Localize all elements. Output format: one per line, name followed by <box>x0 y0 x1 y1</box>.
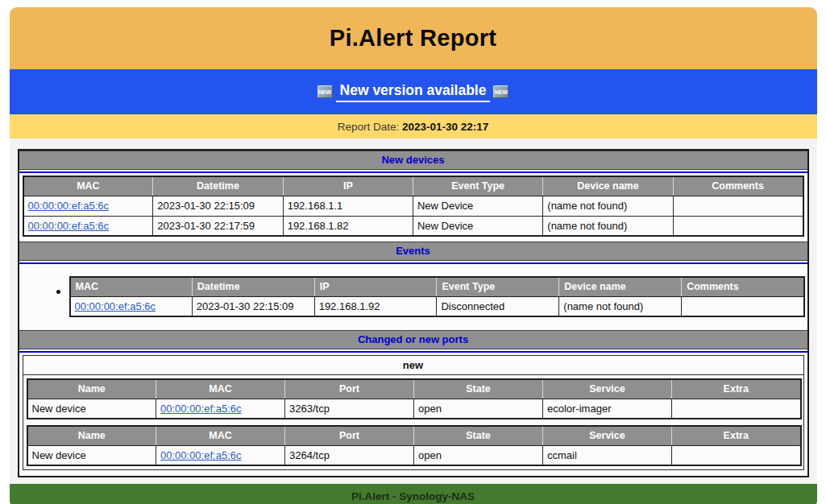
column-header-ip: IP <box>283 176 413 196</box>
report-date-value: 2023-01-30 22:17 <box>402 121 488 133</box>
ports-group-label: new <box>23 356 803 375</box>
column-header-state: State <box>414 426 543 445</box>
column-header-extra: Extra <box>672 379 801 399</box>
section-divider <box>19 351 807 353</box>
events-table: MAC Datetime IP Event Type Device name C… <box>69 276 805 317</box>
column-header-event-type: Event Type <box>413 176 542 196</box>
ip-cell: 192.168.1.92 <box>314 296 437 316</box>
column-header-datetime: Datetime <box>192 277 314 296</box>
table-row: New device 00:00:00:ef:a5:6c 3264/tcp op… <box>27 445 801 465</box>
content-box: New devices MAC Datetime IP Event Type D… <box>18 149 809 477</box>
column-header-event-type: Event Type <box>437 277 559 296</box>
column-header-port: Port <box>285 379 414 399</box>
column-header-device-name: Device name <box>559 277 682 296</box>
column-header-mac: MAC <box>23 176 153 196</box>
device-name-cell: (name not found) <box>543 196 673 216</box>
column-header-device-name: Device name <box>543 176 673 196</box>
port-cell: 3264/tcp <box>285 445 414 465</box>
port-cell: 3263/tcp <box>285 399 414 419</box>
new-badge-icon: NEW <box>318 85 333 98</box>
column-header-comments: Comments <box>682 277 804 296</box>
column-header-datetime: Datetime <box>153 176 283 196</box>
column-header-mac: MAC <box>156 426 285 445</box>
column-header-port: Port <box>285 426 414 445</box>
column-header-service: Service <box>543 426 672 445</box>
ports-group-box: new Name MAC Port State Service Extra <box>23 355 804 470</box>
ip-cell: 192.168.1.1 <box>283 196 413 216</box>
report-date-label: Report Date: <box>338 121 400 133</box>
page-title: Pi.Alert Report <box>330 25 497 52</box>
event-type-cell: New Device <box>413 196 542 216</box>
mac-link[interactable]: 00:00:00:ef:a5:6c <box>160 449 241 461</box>
column-header-mac: MAC <box>156 379 285 399</box>
new-devices-table: MAC Datetime IP Event Type Device name C… <box>23 176 804 237</box>
section-title-changed-ports: Changed or new ports <box>19 330 807 349</box>
ports-table-1: Name MAC Port State Service Extra New de… <box>27 378 802 419</box>
report-body: New devices MAC Datetime IP Event Type D… <box>10 138 817 484</box>
section-divider <box>19 262 807 264</box>
column-header-state: State <box>414 379 543 399</box>
ip-cell: 192.168.1.82 <box>283 216 413 236</box>
table-row: 00:00:00:ef:a5:6c 2023-01-30 22:15:09 19… <box>70 296 804 316</box>
datetime-cell: 2023-01-30 22:15:09 <box>153 196 283 216</box>
column-header-name: Name <box>27 426 156 445</box>
mac-link[interactable]: 00:00:00:ef:a5:6c <box>28 220 109 232</box>
event-list-item: MAC Datetime IP Event Type Device name C… <box>69 276 805 317</box>
device-name-cell: New device <box>27 399 156 419</box>
ports-table-2: Name MAC Port State Service Extra New de… <box>27 425 802 466</box>
table-row: 00:00:00:ef:a5:6c 2023-01-30 22:15:09 19… <box>23 196 803 216</box>
column-header-extra: Extra <box>672 426 801 445</box>
column-header-ip: IP <box>314 277 437 296</box>
column-header-mac: MAC <box>70 277 193 296</box>
device-name-cell: New device <box>27 445 156 465</box>
datetime-cell: 2023-01-30 22:15:09 <box>192 296 314 316</box>
column-header-name: Name <box>27 379 156 399</box>
pialert-report-page: Pi.Alert Report NEW New version availabl… <box>10 7 817 504</box>
extra-cell <box>672 399 801 419</box>
report-footer: Pi.Alert - Synology-NAS <box>10 484 817 504</box>
table-row: New device 00:00:00:ef:a5:6c 3263/tcp op… <box>27 399 801 419</box>
device-name-cell: (name not found) <box>543 216 673 236</box>
version-banner: NEW New version available NEW <box>10 69 817 114</box>
column-header-service: Service <box>543 379 672 399</box>
service-cell: ecolor-imager <box>543 399 672 419</box>
comments-cell <box>673 196 803 216</box>
state-cell: open <box>414 445 543 465</box>
new-version-link[interactable]: New version available <box>336 82 491 102</box>
table-header-row: MAC Datetime IP Event Type Device name C… <box>70 277 804 296</box>
report-date-bar: Report Date: 2023-01-30 22:17 <box>10 114 817 138</box>
section-title-new-devices: New devices <box>19 151 807 170</box>
state-cell: open <box>414 399 543 419</box>
mac-link[interactable]: 00:00:00:ef:a5:6c <box>75 300 156 312</box>
service-cell: ccmail <box>543 445 672 465</box>
table-header-row: Name MAC Port State Service Extra <box>27 379 801 399</box>
comments-cell <box>682 296 804 316</box>
events-list: MAC Datetime IP Event Type Device name C… <box>19 266 807 330</box>
report-header: Pi.Alert Report <box>10 7 817 69</box>
table-header-row: MAC Datetime IP Event Type Device name C… <box>23 176 803 196</box>
column-header-comments: Comments <box>673 176 803 196</box>
table-header-row: Name MAC Port State Service Extra <box>27 426 801 445</box>
section-title-events: Events <box>19 242 807 261</box>
datetime-cell: 2023-01-30 22:17:59 <box>153 216 283 236</box>
section-divider <box>19 171 807 173</box>
device-name-cell: (name not found) <box>559 296 682 316</box>
mac-link[interactable]: 00:00:00:ef:a5:6c <box>160 403 241 415</box>
extra-cell <box>672 445 801 465</box>
new-badge-icon: NEW <box>493 85 508 98</box>
event-type-cell: New Device <box>413 216 542 236</box>
mac-link[interactable]: 00:00:00:ef:a5:6c <box>28 200 109 212</box>
comments-cell <box>673 216 803 236</box>
event-type-cell: Disconnected <box>437 296 559 316</box>
footer-label: Pi.Alert - Synology-NAS <box>351 490 475 502</box>
table-row: 00:00:00:ef:a5:6c 2023-01-30 22:17:59 19… <box>23 216 803 236</box>
